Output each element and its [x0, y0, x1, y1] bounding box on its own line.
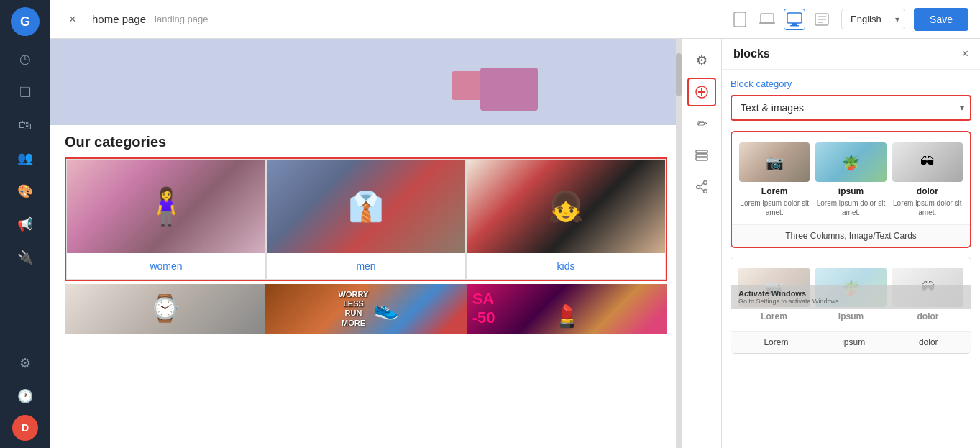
- device-icons: [729, 9, 833, 30]
- svg-rect-1: [761, 14, 774, 22]
- sale-badge: SA-50: [472, 290, 495, 327]
- activate-windows-overlay: Activate Windows Go to Settings to activ…: [731, 285, 971, 309]
- svg-rect-0: [734, 12, 746, 27]
- canvas-area: Our categories 🧍‍♀️ women: [50, 39, 682, 448]
- logo-letter: G: [20, 14, 30, 29]
- toolbar-stack-icon[interactable]: [687, 141, 716, 170]
- blocks-panel: blocks × Block category Text & images He…: [721, 39, 980, 448]
- svg-line-20: [700, 188, 703, 191]
- block-card-1-label: Three Columns, Image/Text Cards: [732, 224, 970, 247]
- canvas-scrollbar-thumb: [676, 53, 682, 96]
- category-link-kids[interactable]: kids: [467, 253, 665, 279]
- device-laptop-icon[interactable]: [756, 9, 778, 30]
- app-logo[interactable]: G: [11, 7, 40, 36]
- sidebar-item-bag[interactable]: 🛍: [11, 111, 40, 140]
- block-category-select[interactable]: Text & images Hero Gallery: [731, 95, 971, 121]
- sidebar-item-timer[interactable]: ◷: [11, 45, 40, 73]
- col-label-dolor: dolor: [919, 337, 938, 347]
- svg-rect-5: [790, 25, 799, 27]
- hero-section: [50, 39, 682, 125]
- block-col-2-desc: Lorem ipsum dolor sit amet.: [815, 198, 886, 217]
- panel-area: ⚙ ✏ blocks × Block categor: [682, 39, 980, 448]
- block-col-3-image: 🕶: [892, 142, 963, 182]
- sidebar-item-users[interactable]: 👥: [11, 144, 40, 173]
- categories-title: Our categories: [65, 134, 667, 150]
- toolbar-plus-icon[interactable]: [687, 78, 716, 106]
- blocks-body: Block category Text & images Hero Galler…: [722, 70, 980, 448]
- bottom-grid: ⌚ WORRYLESSRUNMORE 👟 SA-50 💄: [65, 284, 667, 334]
- categories-section: Our categories 🧍‍♀️ women: [50, 125, 682, 342]
- language-selector[interactable]: English Spanish French: [841, 9, 905, 29]
- svg-rect-4: [792, 23, 797, 25]
- svg-rect-3: [787, 13, 802, 23]
- svg-rect-2: [759, 22, 775, 24]
- toolbar-edit-icon[interactable]: ✏: [687, 109, 716, 138]
- category-grid: 🧍‍♀️ women 👔 men: [65, 157, 667, 281]
- block-card-2-label: Lorem ipsum dolor: [731, 331, 971, 353]
- block-col-3-desc: Lorem ipsum dolor sit amet.: [892, 198, 963, 217]
- bottom-item-cosmetics: SA-50 💄: [467, 284, 667, 334]
- sidebar-item-palette[interactable]: 🎨: [11, 177, 40, 206]
- toolbar-gear-icon[interactable]: ⚙: [687, 46, 716, 75]
- blocks-panel-title: blocks: [733, 47, 770, 60]
- sidebar-item-plugin[interactable]: 🔌: [11, 243, 40, 272]
- block-card-2-col-3-title: dolor: [917, 311, 939, 321]
- toolbar-share-icon[interactable]: [687, 173, 716, 201]
- language-select[interactable]: English Spanish French: [841, 9, 905, 29]
- close-button[interactable]: ×: [62, 9, 83, 30]
- device-tablet-icon[interactable]: [729, 9, 751, 30]
- col-label-ipsum: ipsum: [842, 337, 865, 347]
- block-card-2[interactable]: 📷 Lorem 🪴 ipsum: [731, 257, 971, 354]
- sidebar-item-megaphone[interactable]: 📢: [11, 210, 40, 239]
- save-button[interactable]: Save: [914, 8, 968, 31]
- block-card-1[interactable]: 📷 Lorem Lorem ipsum dolor sit amet. 🪴: [731, 131, 971, 248]
- col-label-lorem: Lorem: [764, 337, 788, 347]
- plant-image: 🪴: [815, 142, 886, 182]
- category-image-women: 🧍‍♀️: [67, 160, 265, 253]
- block-card-2-preview: 📷 Lorem 🪴 ipsum: [731, 257, 971, 331]
- right-toolbar: ⚙ ✏: [682, 39, 721, 448]
- bottom-item-shoes: WORRYLESSRUNMORE 👟: [265, 284, 466, 334]
- block-category-wrapper[interactable]: Text & images Hero Gallery: [731, 95, 971, 121]
- blocks-header: blocks ×: [722, 39, 980, 70]
- category-link-women[interactable]: women: [67, 253, 265, 279]
- category-item-women: 🧍‍♀️ women: [66, 159, 266, 280]
- block-col-1-title: Lorem: [761, 186, 788, 196]
- sidebar-item-layers[interactable]: ❑: [11, 78, 40, 106]
- svg-line-19: [700, 183, 703, 186]
- canvas-scrollbar[interactable]: [676, 39, 682, 448]
- left-sidebar: G ◷ ❑ 🛍 👥 🎨 📢 🔌 ⚙ 🕐 D: [0, 0, 50, 448]
- device-list-icon[interactable]: [811, 9, 833, 30]
- category-link-men[interactable]: men: [267, 253, 465, 279]
- blocks-close-button[interactable]: ×: [962, 47, 968, 60]
- category-image-kids: 👧: [467, 160, 665, 253]
- block-col-3: 🕶 dolor Lorem ipsum dolor sit amet.: [892, 142, 963, 217]
- device-desktop-icon[interactable]: [784, 9, 805, 30]
- block-card-1-preview: 📷 Lorem Lorem ipsum dolor sit amet. 🪴: [732, 132, 970, 224]
- svg-rect-13: [696, 150, 707, 153]
- sidebar-item-clock[interactable]: 🕐: [11, 382, 40, 411]
- block-card-2-col-1-title: Lorem: [761, 311, 787, 321]
- avatar[interactable]: D: [12, 415, 38, 441]
- canvas-content: Our categories 🧍‍♀️ women: [50, 39, 682, 448]
- block-col-1-desc: Lorem ipsum dolor sit amet.: [739, 198, 810, 217]
- activate-title: Activate Windows: [738, 289, 963, 298]
- block-col-1-image: 📷: [739, 142, 810, 182]
- sidebar-item-settings[interactable]: ⚙: [11, 349, 40, 378]
- activate-sub: Go to Settings to activate Windows.: [738, 298, 963, 305]
- block-category-label: Block category: [731, 78, 971, 89]
- page-subtitle: landing page: [155, 14, 208, 24]
- svg-point-16: [704, 181, 707, 185]
- svg-rect-14: [696, 154, 707, 157]
- category-item-men: 👔 men: [266, 159, 466, 280]
- main-area: × home page landing page English Spanish…: [50, 0, 980, 448]
- sidebar-bottom: ⚙ 🕐 D: [11, 349, 40, 441]
- block-col-2-title: ipsum: [838, 186, 864, 196]
- page-title: home page: [92, 13, 146, 25]
- hero-decoration-1: [480, 68, 538, 111]
- block-col-2: 🪴 ipsum Lorem ipsum dolor sit amet.: [815, 142, 886, 217]
- category-image-men: 👔: [267, 160, 465, 253]
- svg-rect-15: [696, 157, 707, 160]
- block-col-1: 📷 Lorem Lorem ipsum dolor sit amet.: [739, 142, 810, 217]
- category-item-kids: 👧 kids: [466, 159, 666, 280]
